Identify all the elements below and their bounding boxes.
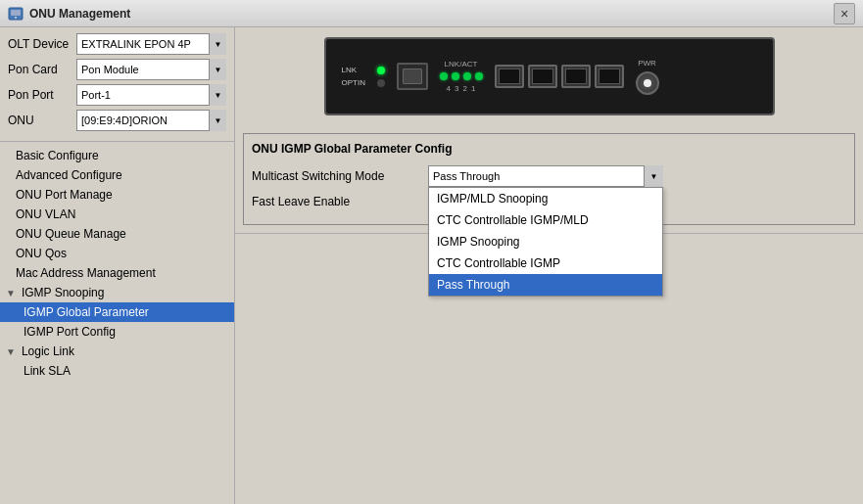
port-num-2: 2 — [463, 84, 467, 93]
multicast-dropdown[interactable]: IGMP/MLD Snooping CTC Controllable IGMP/… — [428, 187, 663, 297]
nav-mac-address[interactable]: Mac Address Management — [0, 263, 234, 283]
eth-port-2 — [561, 65, 591, 88]
main-content: OLT Device EXTRALINK EPON 4P ▼ Pon Card … — [0, 27, 863, 504]
nav-link-sla[interactable]: Link SLA — [0, 361, 234, 381]
pon-port-select-wrapper[interactable]: Port-1 ▼ — [76, 84, 226, 106]
right-panel: LNK OPTIN LNK/ACT — [235, 27, 863, 504]
port-num-3: 3 — [455, 84, 458, 93]
nav-onu-queue-manage-label: ONU Queue Manage — [16, 227, 126, 241]
config-panel: ONU IGMP Global Parameter Config Multica… — [243, 133, 855, 225]
pwr-section: PWR — [636, 59, 659, 95]
multicast-mode-select[interactable]: IGMP/MLD SnoopingCTC Controllable IGMP/M… — [428, 165, 663, 187]
nav-igmp-global-parameter-label: IGMP Global Parameter — [24, 305, 149, 319]
optin-led — [377, 79, 385, 87]
onu-select[interactable]: [09:E9:4D]ORION — [76, 110, 226, 131]
nav-logic-link-label: Logic Link — [22, 344, 74, 358]
nav-advanced-configure[interactable]: Advanced Configure — [0, 165, 234, 185]
pon-card-select-wrapper[interactable]: Pon Module ▼ — [76, 59, 226, 80]
title-bar: ONU Management × — [0, 0, 863, 27]
nav-mac-address-label: Mac Address Management — [16, 266, 156, 280]
optin-label: OPTIN — [342, 78, 373, 87]
nav-onu-port-manage-label: ONU Port Manage — [16, 188, 113, 202]
eth-port-4 — [495, 65, 524, 88]
nav-onu-port-manage[interactable]: ONU Port Manage — [0, 185, 234, 205]
lnk-label: LNK — [342, 66, 373, 74]
device-image-area: LNK OPTIN LNK/ACT — [235, 27, 863, 125]
nav-igmp-port-config-label: IGMP Port Config — [24, 325, 116, 339]
nav-onu-qos[interactable]: ONU Qos — [0, 244, 234, 263]
pon-port-row: Pon Port Port-1 ▼ — [8, 84, 226, 106]
olt-device-row: OLT Device EXTRALINK EPON 4P ▼ — [8, 33, 226, 55]
config-panel-title: ONU IGMP Global Parameter Config — [252, 142, 846, 156]
lnkact-led-3 — [452, 72, 459, 80]
sfp-module — [397, 63, 428, 90]
eth-ports — [495, 65, 624, 88]
nav-advanced-configure-label: Advanced Configure — [16, 168, 122, 182]
lnkact-label: LNK/ACT — [445, 60, 478, 69]
device-status-left: LNK OPTIN — [342, 66, 385, 87]
logic-link-expand-icon: ▼ — [6, 346, 16, 357]
pon-card-select[interactable]: Pon Module — [76, 59, 226, 80]
dropdown-item-igmp-snooping[interactable]: IGMP Snooping — [429, 231, 662, 252]
svg-rect-1 — [11, 10, 21, 16]
olt-device-select-wrapper[interactable]: EXTRALINK EPON 4P ▼ — [76, 33, 226, 55]
lnkact-leds — [440, 72, 483, 80]
nav-logic-link[interactable]: ▼ Logic Link — [0, 342, 234, 361]
nav-basic-configure-label: Basic Configure — [16, 149, 99, 162]
multicast-mode-select-wrapper[interactable]: IGMP/MLD SnoopingCTC Controllable IGMP/M… — [428, 165, 663, 187]
nav-link-sla-label: Link SLA — [24, 364, 71, 378]
port-num-4: 4 — [447, 84, 451, 93]
igmp-snooping-expand-icon: ▼ — [6, 288, 16, 298]
nav-onu-vlan-label: ONU VLAN — [16, 207, 75, 221]
eth-port-3 — [528, 65, 557, 88]
pon-card-label: Pon Card — [8, 63, 76, 76]
device-box: LNK OPTIN LNK/ACT — [324, 37, 775, 115]
lnk-led — [377, 67, 385, 74]
dropdown-item-pass-through[interactable]: Pass Through — [429, 274, 662, 296]
olt-device-label: OLT Device — [8, 37, 76, 51]
app-icon — [8, 6, 24, 22]
port-num-1: 1 — [471, 84, 475, 93]
sfp-box — [397, 63, 428, 90]
left-panel: OLT Device EXTRALINK EPON 4P ▼ Pon Card … — [0, 27, 235, 504]
nav-onu-queue-manage[interactable]: ONU Queue Manage — [0, 224, 234, 244]
lnkact-led-4 — [440, 72, 448, 80]
nav-onu-vlan[interactable]: ONU VLAN — [0, 205, 234, 224]
window-title: ONU Management — [29, 7, 834, 21]
pwr-dot — [644, 79, 651, 87]
lnkact-section: LNK/ACT 4 3 2 1 — [440, 60, 483, 93]
nav-onu-qos-label: ONU Qos — [16, 247, 67, 260]
nav-igmp-snooping[interactable]: ▼ IGMP Snooping — [0, 283, 234, 302]
nav-igmp-global-parameter[interactable]: IGMP Global Parameter — [0, 302, 234, 322]
olt-device-select[interactable]: EXTRALINK EPON 4P — [76, 33, 226, 55]
form-fields: OLT Device EXTRALINK EPON 4P ▼ Pon Card … — [0, 27, 234, 142]
onu-label: ONU — [8, 114, 76, 127]
pon-port-select[interactable]: Port-1 — [76, 84, 226, 106]
pwr-label: PWR — [638, 59, 656, 68]
eth-port-1 — [595, 65, 624, 88]
lnkact-led-2 — [463, 72, 471, 80]
pon-port-label: Pon Port — [8, 88, 76, 102]
nav-basic-configure[interactable]: Basic Configure — [0, 146, 234, 165]
fast-leave-label: Fast Leave Enable — [252, 195, 428, 208]
pon-card-row: Pon Card Pon Module ▼ — [8, 59, 226, 80]
onu-select-wrapper[interactable]: [09:E9:4D]ORION ▼ — [76, 110, 226, 131]
port-number-labels: 4 3 2 1 — [447, 84, 476, 93]
multicast-mode-row: Multicast Switching Mode IGMP/MLD Snoopi… — [252, 165, 846, 187]
multicast-mode-label: Multicast Switching Mode — [252, 169, 428, 183]
svg-point-2 — [15, 17, 17, 19]
pwr-button — [636, 71, 659, 95]
nav-igmp-port-config[interactable]: IGMP Port Config — [0, 322, 234, 342]
lnkact-led-1 — [475, 72, 483, 80]
dropdown-item-ctc-igmp-mld[interactable]: CTC Controllable IGMP/MLD — [429, 209, 662, 231]
dropdown-item-ctc-igmp[interactable]: CTC Controllable IGMP — [429, 252, 662, 274]
onu-row: ONU [09:E9:4D]ORION ▼ — [8, 110, 226, 131]
sfp-inner — [403, 69, 422, 84]
close-button[interactable]: × — [834, 3, 855, 24]
nav-tree: Basic Configure Advanced Configure ONU P… — [0, 142, 234, 504]
nav-igmp-snooping-label: IGMP Snooping — [22, 286, 105, 299]
dropdown-item-igmp-mld-snooping[interactable]: IGMP/MLD Snooping — [429, 188, 662, 209]
